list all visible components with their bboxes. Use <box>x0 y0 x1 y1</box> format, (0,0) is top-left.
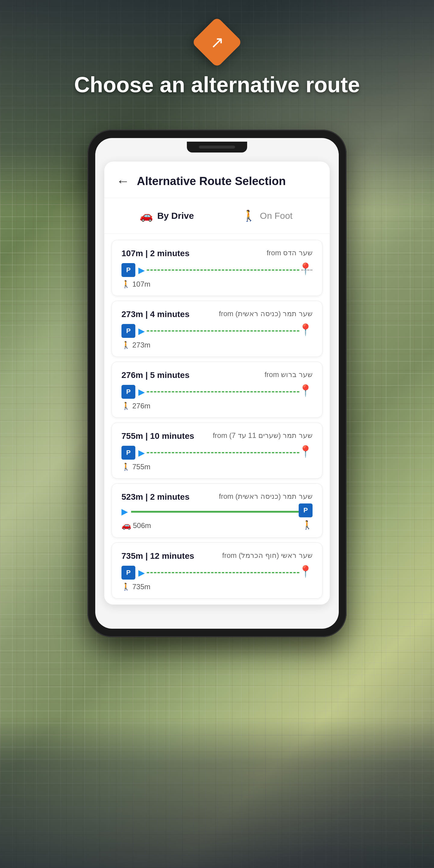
header-area: ↗ Choose an alternative route <box>0 0 434 97</box>
route-2-pin-icon: 📍 <box>299 323 313 336</box>
route-5-solid-line <box>131 511 299 513</box>
route-1-walk-label: 🚶 107m <box>121 280 313 288</box>
route-2-line: 📍 <box>147 329 313 333</box>
route-6-distance: 735m | 12 minutes <box>121 551 194 561</box>
tabs-row: 🚗 By Drive 🚶 On Foot <box>104 198 330 234</box>
tab-foot[interactable]: 🚶 On Foot <box>217 204 318 227</box>
route-3-arrow-icon: ▶ <box>138 387 145 397</box>
route-2-walk-dist: 273m <box>132 341 150 349</box>
route-6-parking-icon: P <box>121 566 135 580</box>
route-5-end-icons: P <box>299 503 313 517</box>
route-1-parking-icon: P <box>121 263 135 277</box>
nav-direction-icon: ↗ <box>210 34 224 50</box>
route-6-line: 📍 <box>147 570 313 575</box>
route-1-header: 107m | 2 minutes שער הדס from <box>121 249 313 258</box>
route-4-line: 📍 <box>147 451 313 455</box>
route-6-pin-icon: 📍 <box>299 565 313 578</box>
route-4-from: שער תמר (שערים 11 עד 7) from <box>213 431 313 440</box>
phone-notch <box>187 142 247 153</box>
routes-list: 107m | 2 minutes שער הדס from P ▶ 📍 � <box>104 234 330 604</box>
route-5-bar: ▶ P <box>121 507 313 517</box>
route-3-distance: 276m | 5 minutes <box>121 370 190 380</box>
route-card-1[interactable]: 107m | 2 minutes שער הדס from P ▶ 📍 � <box>112 240 322 296</box>
route-2-dashed-line <box>147 330 299 332</box>
route-2-arrow-icon: ▶ <box>138 326 145 336</box>
route-2-walk-label: 🚶 273m <box>121 341 313 349</box>
route-card-4[interactable]: 755m | 10 minutes שער תמר (שערים 11 עד 7… <box>112 423 322 478</box>
route-3-from: שער ברוש from <box>265 370 313 379</box>
route-1-pin-icon: 📍 <box>299 262 313 276</box>
route-1-walk-icon: 🚶 <box>121 280 130 288</box>
route-6-header: 735m | 12 minutes שער ראשי (חוף הכרמל) f… <box>121 551 313 561</box>
route-3-walk-label: 🚶 276m <box>121 402 313 410</box>
route-4-walk-icon: 🚶 <box>121 463 130 471</box>
route-4-arrow-icon: ▶ <box>138 448 145 458</box>
route-6-walk-dist: 735m <box>132 583 150 591</box>
route-1-walk-dist: 107m <box>132 280 150 288</box>
route-5-from: שער תמר (כניסה ראשית) from <box>219 492 313 501</box>
route-1-from: שער הדס from <box>267 249 313 257</box>
route-2-header: 273m | 4 minutes שער תמר (כניסה ראשית) f… <box>121 310 313 319</box>
route-card-6[interactable]: 735m | 12 minutes שער ראשי (חוף הכרמל) f… <box>112 542 322 598</box>
route-card-5[interactable]: 523m | 2 minutes שער תמר (כניסה ראשית) f… <box>112 484 322 538</box>
tab-foot-label: On Foot <box>260 211 292 221</box>
route-5-walk-label: 🚗 506m <box>121 521 151 530</box>
route-3-line: 📍 <box>147 390 313 394</box>
tab-drive-label: By Drive <box>157 211 194 221</box>
modal-title: Alternative Route Selection <box>137 175 286 188</box>
route-3-parking-icon: P <box>121 385 135 399</box>
route-6-walk-icon: 🚶 <box>121 583 130 591</box>
tab-drive[interactable]: 🚗 By Drive <box>116 204 217 227</box>
route-6-arrow-icon: ▶ <box>138 568 145 578</box>
route-card-3[interactable]: 276m | 5 minutes שער ברוש from P ▶ 📍 🚶 <box>112 362 322 418</box>
route-5-parking-badge: P <box>299 503 313 517</box>
route-4-pin-icon: 📍 <box>299 445 313 458</box>
route-2-distance: 273m | 4 minutes <box>121 310 190 319</box>
route-1-distance: 107m | 2 minutes <box>121 249 190 258</box>
route-5-car-icon: 🚗 <box>121 521 131 530</box>
modal-header: ← Alternative Route Selection <box>104 161 330 198</box>
route-5-walk-end-icon: 🚶 <box>302 520 313 530</box>
route-4-dashed-line <box>147 452 299 453</box>
phone-mockup: ← Alternative Route Selection 🚗 By Drive… <box>87 130 347 637</box>
route-6-walk-label: 🚶 735m <box>121 583 313 591</box>
route-3-walk-icon: 🚶 <box>121 402 130 410</box>
route-3-header: 276m | 5 minutes שער ברוש from <box>121 370 313 380</box>
route-6-bar: P ▶ 📍 <box>121 566 313 580</box>
route-2-from: שער תמר (כניסה ראשית) from <box>219 310 313 318</box>
modal-card: ← Alternative Route Selection 🚗 By Drive… <box>104 161 330 604</box>
route-4-walk-dist: 755m <box>132 463 150 471</box>
route-1-line: 📍 <box>147 268 313 272</box>
route-4-bar: P ▶ 📍 <box>121 446 313 460</box>
route-5-line: P <box>131 510 313 514</box>
route-6-dashed-line <box>147 572 299 573</box>
route-card-2[interactable]: 273m | 4 minutes שער תמר (כניסה ראשית) f… <box>112 301 322 357</box>
back-button[interactable]: ← <box>116 174 130 189</box>
bottom-overlay <box>0 717 434 868</box>
route-4-distance: 755m | 10 minutes <box>121 431 194 441</box>
route-4-header: 755m | 10 minutes שער תמר (שערים 11 עד 7… <box>121 431 313 441</box>
route-1-dashed-line <box>147 270 299 271</box>
route-3-dashed-line <box>147 391 299 393</box>
nav-icon-container: ↗ <box>191 17 243 68</box>
car-icon: 🚗 <box>140 210 153 222</box>
route-1-bar: P ▶ 📍 <box>121 263 313 277</box>
route-1-arrow-icon: ▶ <box>138 265 145 275</box>
route-5-walk-dist: 506m <box>133 521 151 530</box>
route-5-arrow-icon: ▶ <box>121 507 128 517</box>
phone-screen: ← Alternative Route Selection 🚗 By Drive… <box>95 138 339 629</box>
route-4-walk-label: 🚶 755m <box>121 463 313 471</box>
route-3-bar: P ▶ 📍 <box>121 385 313 399</box>
route-6-from: שער ראשי (חוף הכרמל) from <box>222 551 313 560</box>
route-3-walk-dist: 276m <box>132 402 150 410</box>
route-3-pin-icon: 📍 <box>299 384 313 397</box>
page-title: Choose an alternative route <box>74 72 360 97</box>
screen-bottom-padding <box>95 617 339 629</box>
notch-bar <box>199 146 235 149</box>
route-2-walk-icon: 🚶 <box>121 341 130 349</box>
route-5-header: 523m | 2 minutes שער תמר (כניסה ראשית) f… <box>121 492 313 502</box>
walk-icon-tab: 🚶 <box>242 210 255 222</box>
route-2-parking-icon: P <box>121 324 135 338</box>
route-4-parking-icon: P <box>121 446 135 460</box>
route-2-bar: P ▶ 📍 <box>121 324 313 338</box>
